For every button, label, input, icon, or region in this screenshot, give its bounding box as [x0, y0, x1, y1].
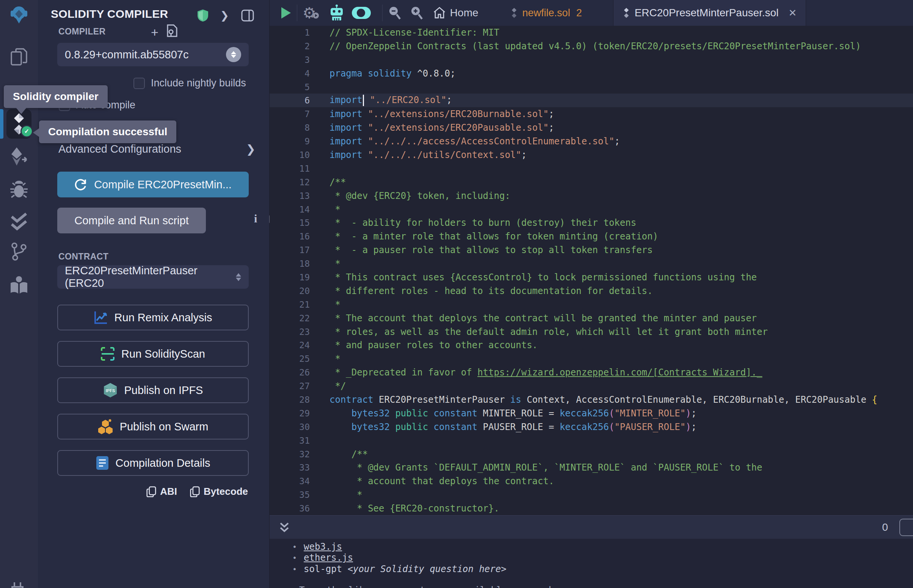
- code-line[interactable]: 6import "../ERC20.sol";: [270, 94, 913, 107]
- line-number: 10: [270, 150, 310, 160]
- sidebar-item-plugin-manager[interactable]: [0, 580, 38, 588]
- code-line-text: import "../ERC20.sol";: [310, 95, 452, 106]
- code-line[interactable]: 1// SPDX-License-Identifier: MIT: [270, 26, 913, 39]
- code-line-text: * See {ERC20-constructor}.: [310, 503, 499, 514]
- line-number: 35: [270, 490, 310, 500]
- code-line[interactable]: 8import "../extensions/ERC20Pausable.sol…: [270, 121, 913, 134]
- publish-ipfs-button[interactable]: IPFS Publish on IPFS: [57, 377, 249, 403]
- tab-active-label: ERC20PresetMinterPauser.sol: [635, 7, 779, 19]
- terminal-output[interactable]: •web3.js•ethers.js•sol-gpt <your Solidit…: [270, 539, 913, 588]
- code-line[interactable]: 31: [270, 434, 913, 447]
- run-script-button[interactable]: [280, 6, 291, 19]
- close-tab-icon[interactable]: ✕: [788, 7, 796, 19]
- zoom-out-button[interactable]: [388, 6, 401, 20]
- code-line-text: *: [310, 354, 340, 364]
- tab-erc20presetminterpauser[interactable]: ERC20PresetMinterPauser.sol ✕: [613, 0, 806, 26]
- info-icon[interactable]: i: [254, 212, 257, 225]
- code-line[interactable]: 21 *: [270, 298, 913, 312]
- publish-swarm-button[interactable]: Publish on Swarm: [57, 414, 249, 439]
- line-number: 14: [270, 205, 310, 215]
- tooltip-text: Compilation successful: [48, 126, 167, 138]
- code-line[interactable]: 35 *: [270, 488, 913, 502]
- code-line-text: * _Deprecated in favor of https://wizard…: [310, 367, 762, 378]
- code-line[interactable]: 3: [270, 53, 913, 67]
- terminal-list-item[interactable]: •ethers.js: [292, 552, 913, 564]
- advanced-configurations-toggle[interactable]: Advanced Configurations ❯: [58, 142, 256, 156]
- add-compiler-icon[interactable]: +: [151, 26, 159, 38]
- code-editor[interactable]: 1// SPDX-License-Identifier: MIT2// Open…: [270, 26, 913, 515]
- code-line[interactable]: 9import "../../../access/AccessControlEn…: [270, 134, 913, 148]
- sidebar-item-learneth[interactable]: [0, 275, 38, 296]
- sidebar-item-solidity-analyzers[interactable]: [0, 212, 38, 233]
- run-solidityscan-button[interactable]: Run SolidityScan: [57, 341, 249, 367]
- compile-and-run-button[interactable]: Compile and Run script: [57, 208, 206, 233]
- code-line[interactable]: 26 * _Deprecated in favor of https://wiz…: [270, 366, 913, 379]
- zoom-in-button[interactable]: [410, 6, 424, 20]
- code-line[interactable]: 32 /**: [270, 447, 913, 461]
- code-line-text: * - a minter role that allows for token …: [310, 231, 658, 242]
- code-line[interactable]: 7import "../extensions/ERC20Burnable.sol…: [270, 107, 913, 121]
- code-line[interactable]: 33 * @dev Grants `DEFAULT_ADMIN_ROLE`, `…: [270, 461, 913, 475]
- pin-panel-icon[interactable]: [241, 10, 254, 22]
- tab-newfile[interactable]: newfile.sol 2: [501, 0, 591, 26]
- solidity-file-icon: [623, 8, 630, 18]
- code-line[interactable]: 19 * This contract uses {AccessControl} …: [270, 270, 913, 284]
- terminal-search-input[interactable]: [899, 519, 913, 536]
- zoom-in-icon: [410, 6, 424, 20]
- svg-text:IPFS: IPFS: [105, 388, 115, 393]
- code-line[interactable]: 12/**: [270, 175, 913, 189]
- code-line[interactable]: 4pragma solidity ^0.8.0;: [270, 67, 913, 80]
- code-line[interactable]: 5: [270, 80, 913, 94]
- code-line[interactable]: 25 *: [270, 352, 913, 366]
- code-line[interactable]: 23 * roles, as well as the default admin…: [270, 325, 913, 339]
- compiler-version-select[interactable]: 0.8.29+commit.ab55807c: [57, 43, 249, 66]
- code-line[interactable]: 13 * @dev {ERC20} token, including:: [270, 189, 913, 203]
- ai-toggle[interactable]: [352, 7, 371, 19]
- code-line[interactable]: 28contract ERC20PresetMinterPauser is Co…: [270, 393, 913, 407]
- code-line[interactable]: 36 * See {ERC20-constructor}.: [270, 502, 913, 515]
- code-line[interactable]: 22 * The account that deploys the contra…: [270, 312, 913, 325]
- code-line[interactable]: 34 * account that deploys the contract.: [270, 474, 913, 488]
- panel-forward-icon[interactable]: ❯: [220, 9, 229, 22]
- expand-terminal-icon[interactable]: [279, 521, 290, 534]
- code-line[interactable]: 16 * - a minter role that allows for tok…: [270, 229, 913, 243]
- sidebar-item-debugger[interactable]: [0, 179, 38, 200]
- code-line[interactable]: 17 * - a pauser role that allows to stop…: [270, 243, 913, 257]
- remix-logo[interactable]: [0, 4, 38, 25]
- line-number: 32: [270, 449, 310, 459]
- tab-home[interactable]: Home: [433, 7, 479, 19]
- shield-icon[interactable]: [197, 10, 208, 22]
- compile-button[interactable]: Compile ERC20PresetMin...: [57, 171, 249, 197]
- sidebar-item-file-explorer[interactable]: [0, 46, 38, 68]
- code-line-text: // OpenZeppelin Contracts (last updated …: [310, 41, 861, 52]
- contract-select[interactable]: ERC20PresetMinterPauser (ERC20: [57, 265, 249, 289]
- code-line[interactable]: 24 * and pauser roles to other accounts.: [270, 338, 913, 352]
- custom-compiler-icon[interactable]: [166, 24, 178, 38]
- sidebar-item-deploy-run[interactable]: [0, 146, 38, 167]
- script-config-button[interactable]: ⚙: [303, 5, 319, 21]
- sidebar-item-git[interactable]: [0, 241, 38, 262]
- terminal-link[interactable]: ethers.js: [304, 552, 353, 563]
- code-line[interactable]: 11: [270, 162, 913, 175]
- code-line[interactable]: 27 */: [270, 379, 913, 393]
- code-line-text: *: [310, 489, 363, 500]
- code-line[interactable]: 14 *: [270, 203, 913, 216]
- run-remix-analysis-button[interactable]: Run Remix Analysis: [57, 305, 249, 330]
- ai-assistant-button[interactable]: [329, 5, 344, 21]
- line-number: 4: [270, 69, 310, 78]
- code-line[interactable]: 29 bytes32 public constant MINTER_ROLE =…: [270, 407, 913, 420]
- terminal-list-item[interactable]: •web3.js: [292, 541, 913, 552]
- code-line[interactable]: 18 *: [270, 257, 913, 270]
- copy-bytecode[interactable]: Bytecode: [190, 486, 248, 498]
- line-number: 6: [270, 95, 310, 105]
- compilation-details-button[interactable]: Compilation Details: [57, 450, 249, 476]
- code-line[interactable]: 2// OpenZeppelin Contracts (last updated…: [270, 39, 913, 53]
- terminal-link[interactable]: web3.js: [304, 541, 342, 552]
- code-line[interactable]: 15 * - ability for holders to burn (dest…: [270, 216, 913, 229]
- nightly-builds-checkbox[interactable]: [133, 78, 145, 89]
- code-line[interactable]: 10import "../../../utils/Context.sol";: [270, 148, 913, 162]
- robot-icon: [329, 5, 344, 21]
- code-line[interactable]: 30 bytes32 public constant PAUSER_ROLE =…: [270, 420, 913, 434]
- copy-abi[interactable]: ABI: [146, 486, 177, 498]
- code-line[interactable]: 20 * different roles - head to its docum…: [270, 284, 913, 298]
